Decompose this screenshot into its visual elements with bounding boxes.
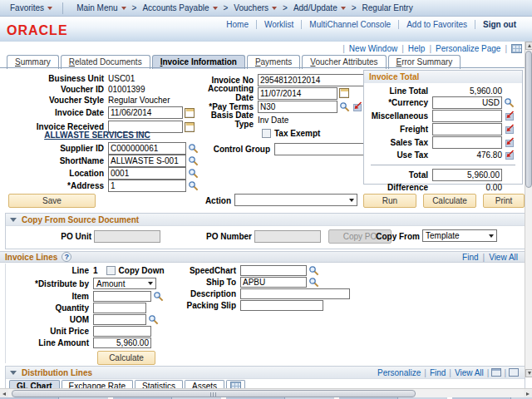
invoice-date-label: Invoice Date (2, 108, 108, 117)
pay-terms-input[interactable] (258, 101, 337, 113)
transfer-icon[interactable] (352, 101, 362, 112)
menu-add-update[interactable]: Add/Update (290, 3, 349, 12)
supplier-name-link[interactable]: ALLWASTE SERVICES INC (2, 131, 193, 142)
accounting-date-input[interactable] (258, 87, 337, 100)
quantity-input[interactable] (93, 303, 146, 313)
menu-accounts-payable[interactable]: Accounts Payable (139, 3, 220, 12)
uom-input[interactable] (93, 314, 146, 325)
lookup-icon[interactable] (188, 143, 199, 154)
currency-input[interactable] (432, 96, 502, 109)
new-window-link[interactable]: New Window (345, 44, 401, 53)
lookup-icon[interactable] (153, 291, 164, 302)
lookup-icon[interactable] (308, 277, 319, 288)
vertical-scroll-thumb[interactable] (525, 51, 532, 188)
help-icon[interactable]: ? (62, 252, 71, 262)
calendar-icon[interactable] (185, 108, 195, 118)
voucher-style-value: Regular Voucher (108, 96, 170, 105)
use-tax-label: Use Tax (367, 150, 432, 160)
vertical-scrollbar[interactable] (525, 42, 532, 377)
view-all-link[interactable]: View All (485, 253, 522, 262)
miscellaneous-label: Miscellaneous (367, 111, 432, 121)
distribute-by-select[interactable]: Amount (93, 278, 156, 289)
line-total-label: Line Total (367, 86, 432, 96)
favorites-menu[interactable]: Favorites (7, 3, 56, 12)
breadcrumb-separator: > (283, 3, 288, 12)
personalize-link[interactable]: Personalize (374, 368, 424, 377)
dist-find-link[interactable]: Find (426, 368, 449, 377)
grid-layout-icon[interactable] (511, 44, 522, 53)
item-input[interactable] (93, 291, 151, 302)
lookup-icon[interactable] (188, 168, 199, 179)
distribution-lines-title: Distribution Lines (22, 368, 92, 377)
personalize-page-link[interactable]: Personalize Page (431, 44, 505, 53)
line-number: 1 (93, 266, 98, 275)
header-links: Home Worklist MultiChannel Console Add t… (219, 20, 524, 29)
chevron-down-icon (148, 282, 153, 285)
address-input[interactable] (108, 180, 186, 192)
dist-view-all-link[interactable]: View All (451, 368, 487, 377)
speedchart-input[interactable] (240, 265, 307, 276)
save-button[interactable]: Save (8, 194, 96, 208)
calculate-button[interactable]: Calculate (423, 194, 476, 208)
sales-tax-label: Sales Tax (367, 138, 432, 147)
line-amount-input[interactable] (93, 337, 151, 348)
control-group-input[interactable] (274, 143, 372, 155)
find-link[interactable]: Find (458, 253, 482, 262)
add-to-favorites-link[interactable]: Add to Favorites (398, 20, 475, 29)
use-tax-value: 476.80 (432, 150, 502, 160)
ship-to-input[interactable] (240, 277, 307, 288)
collapse-icon[interactable] (10, 371, 17, 375)
line-amount-label: Line Amount (6, 338, 93, 347)
main-menu[interactable]: Main Menu (73, 3, 129, 12)
horizontal-scrollbar[interactable] (0, 388, 532, 397)
lookup-icon[interactable] (308, 265, 319, 276)
total-input[interactable] (432, 169, 502, 181)
multichannel-console-link[interactable]: MultiChannel Console (301, 20, 398, 29)
home-link[interactable]: Home (219, 20, 256, 29)
transfer-icon[interactable] (504, 137, 515, 148)
packing-slip-label: Packing Slip (185, 301, 240, 310)
supplier-id-input[interactable] (108, 142, 186, 155)
copy-down-checkbox[interactable] (106, 266, 116, 275)
download-grid-icon[interactable] (509, 368, 519, 377)
shortname-input[interactable] (108, 155, 186, 167)
sales-tax-input[interactable] (432, 136, 502, 149)
collapse-icon[interactable] (10, 218, 17, 222)
zoom-grid-icon[interactable] (491, 368, 501, 377)
packing-slip-input[interactable] (240, 300, 323, 311)
lookup-icon[interactable] (504, 97, 515, 108)
transfer-icon[interactable] (504, 111, 515, 121)
freight-input[interactable] (432, 123, 502, 135)
difference-label: Difference (367, 183, 432, 192)
location-input[interactable] (108, 167, 186, 180)
help-link[interactable]: Help (404, 44, 430, 53)
tax-exempt-checkbox[interactable] (262, 129, 271, 138)
lookup-icon[interactable] (188, 155, 199, 166)
run-button[interactable]: Run (363, 194, 416, 208)
lookup-icon[interactable] (339, 101, 350, 112)
lookup-icon[interactable] (188, 180, 199, 191)
calendar-icon[interactable] (339, 88, 349, 98)
copy-from-source-section: Copy From Source Document PO Unit PO Num… (5, 213, 525, 249)
scroll-up-arrow[interactable] (525, 42, 532, 50)
transfer-icon[interactable] (504, 124, 515, 135)
item-label: Item (6, 292, 93, 301)
unit-price-input[interactable] (93, 326, 151, 337)
horizontal-scroll-thumb[interactable] (12, 390, 416, 397)
copy-from-select[interactable]: Template (422, 229, 497, 242)
worklist-link[interactable]: Worklist (256, 20, 301, 29)
action-select[interactable] (234, 194, 357, 206)
lookup-icon[interactable] (148, 314, 159, 325)
transfer-icon[interactable] (504, 150, 515, 160)
invoice-no-input[interactable] (258, 74, 364, 86)
sign-out-link[interactable]: Sign out (475, 20, 524, 29)
print-button[interactable]: Print (483, 194, 525, 208)
miscellaneous-input[interactable] (432, 110, 502, 122)
scroll-down-arrow[interactable] (525, 369, 532, 377)
line-calculate-button[interactable]: Calculate (97, 351, 155, 365)
invoice-date-input[interactable] (108, 106, 183, 119)
unit-price-label: Unit Price (6, 327, 93, 336)
speedchart-label: SpeedChart (185, 266, 240, 275)
menu-vouchers[interactable]: Vouchers (230, 3, 280, 12)
description-input[interactable] (240, 288, 350, 299)
